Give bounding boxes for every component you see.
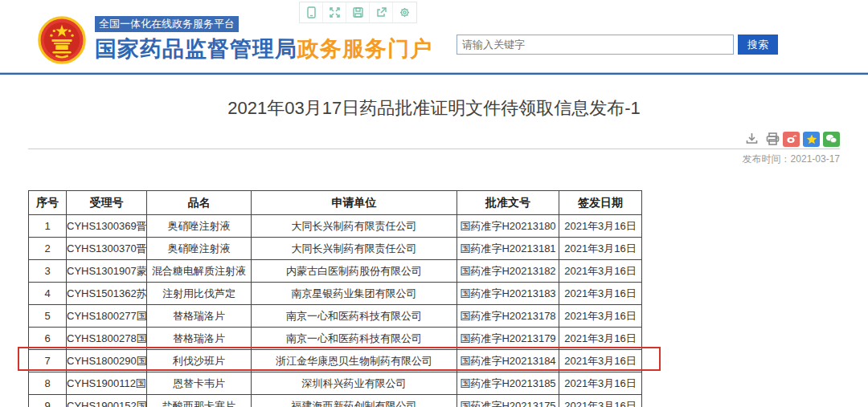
national-emblem-logo <box>37 15 87 65</box>
table-row: 4CYHS1501362苏注射用比伐芦定南京星银药业集团有限公司国药准字H202… <box>29 283 642 305</box>
table-row: 2CYHS1300370晋奥硝唑注射液大同长兴制药有限责任公司国药准字H2021… <box>29 238 642 260</box>
table-cell: 国药准字H20213185 <box>457 372 559 395</box>
table-column-header: 签发日期 <box>559 191 642 215</box>
search-area: 搜索 <box>457 35 778 55</box>
search-input[interactable] <box>457 35 734 55</box>
table-cell: CYHS1300370晋 <box>67 238 147 260</box>
table-cell: 9 <box>29 395 67 407</box>
table-cell: 国药准字H20213181 <box>457 238 559 260</box>
table-cell: 福建海西新药创制有限公司 <box>252 395 457 407</box>
table-cell: 3 <box>29 260 67 283</box>
table-header-row: 序号受理号品名申请单位批准文号签发日期 <box>29 191 642 215</box>
approval-table: 序号受理号品名申请单位批准文号签发日期 1CYHS1300369晋奥硝唑注射液大… <box>28 190 642 407</box>
table-cell: 2021年3月16日 <box>559 395 642 407</box>
table-cell: 大同长兴制药有限责任公司 <box>252 215 457 238</box>
table-row: 3CYHS1301907蒙混合糖电解质注射液内蒙古白医制药股份有限公司国药准字H… <box>29 260 642 283</box>
table-cell: 替格瑞洛片 <box>147 305 252 328</box>
table-cell: CYHS1800278国 <box>67 328 147 350</box>
table-cell: 7 <box>29 350 67 372</box>
site-header: 全国一体化在线政务服务平台 国家药品监督管理局政务服务门户 搜索 <box>0 0 868 72</box>
table-cell: 6 <box>29 328 67 350</box>
site-brand: 全国一体化在线政务服务平台 国家药品监督管理局政务服务门户 <box>37 15 432 65</box>
table-cell: CYHS1301907蒙 <box>67 260 147 283</box>
download-icon[interactable] <box>746 132 758 145</box>
table-cell: 深圳科兴药业有限公司 <box>252 372 457 395</box>
table-column-header: 品名 <box>147 191 252 215</box>
table-column-header: 批准文号 <box>457 191 559 215</box>
table-cell: 奥硝唑注射液 <box>147 238 252 260</box>
table-column-header: 序号 <box>29 191 67 215</box>
table-cell: CYHS1300369晋 <box>67 215 147 238</box>
table-cell: 2 <box>29 238 67 260</box>
content-divider <box>28 149 840 149</box>
table-cell: 2021年3月16日 <box>559 305 642 328</box>
table-cell: 2021年3月16日 <box>559 283 642 305</box>
table-cell: 盐酸西那卡塞片 <box>147 395 252 407</box>
table-cell: 奥硝唑注射液 <box>147 215 252 238</box>
table-cell: CYHS1800290国 <box>67 350 147 372</box>
table-cell: 8 <box>29 372 67 395</box>
wechat-share-icon[interactable] <box>823 132 840 147</box>
table-row: 7CYHS1800290国利伐沙班片浙江金华康恩贝生物制药有限公司国药准字H20… <box>29 350 642 372</box>
search-button[interactable]: 搜索 <box>738 35 778 55</box>
table-cell: 内蒙古白医制药股份有限公司 <box>252 260 457 283</box>
article-content: 2021年03月17日药品批准证明文件待领取信息发布-1 发布时间：2021-0… <box>0 75 868 407</box>
table-cell: 2021年3月16日 <box>559 328 642 350</box>
table-row: 5CYHS1800277国替格瑞洛片南京一心和医药科技有限公司国药准字H2021… <box>29 305 642 328</box>
table-cell: 2021年3月16日 <box>559 260 642 283</box>
table-cell: 国药准字H20213178 <box>457 305 559 328</box>
table-row: 6CYHS1800278国替格瑞洛片南京一心和医药科技有限公司国药准字H2021… <box>29 328 642 350</box>
table-row: 1CYHS1300369晋奥硝唑注射液大同长兴制药有限责任公司国药准字H2021… <box>29 215 642 238</box>
site-name: 国家药品监督管理局 <box>95 37 297 61</box>
table-cell: CYHS1501362苏 <box>67 283 147 305</box>
table-cell: 2021年3月16日 <box>559 215 642 238</box>
table-cell: 1 <box>29 215 67 238</box>
table-cell: 国药准字H20213175 <box>457 395 559 407</box>
table-cell: 2021年3月16日 <box>559 350 642 372</box>
table-column-header: 申请单位 <box>252 191 457 215</box>
platform-badge: 全国一体化在线政务服务平台 <box>95 16 239 32</box>
table-cell: 南京一心和医药科技有限公司 <box>252 305 457 328</box>
weibo-share-icon[interactable] <box>783 132 800 147</box>
table-cell: 国药准字H20213182 <box>457 260 559 283</box>
table-cell: CYHS1800277国 <box>67 305 147 328</box>
table-cell: 2021年3月16日 <box>559 238 642 260</box>
table-cell: 国药准字H20213180 <box>457 215 559 238</box>
table-cell: 混合糖电解质注射液 <box>147 260 252 283</box>
table-column-header: 受理号 <box>67 191 147 215</box>
print-icon[interactable] <box>766 132 780 145</box>
article-tools <box>0 131 840 147</box>
page-title: 2021年03月17日药品批准证明文件待领取信息发布-1 <box>0 75 868 120</box>
table-row: 8CYHS1900112国恩替卡韦片深圳科兴药业有限公司国药准字H2021318… <box>29 372 642 395</box>
table-cell: 南京星银药业集团有限公司 <box>252 283 457 305</box>
approval-table-body: 1CYHS1300369晋奥硝唑注射液大同长兴制药有限责任公司国药准字H2021… <box>29 215 642 407</box>
table-cell: 恩替卡韦片 <box>147 372 252 395</box>
table-cell: 替格瑞洛片 <box>147 328 252 350</box>
table-cell: 国药准字H20213179 <box>457 328 559 350</box>
table-cell: CYHS1900112国 <box>67 372 147 395</box>
table-cell: 南京一心和医药科技有限公司 <box>252 328 457 350</box>
approval-table-head: 序号受理号品名申请单位批准文号签发日期 <box>29 191 642 215</box>
table-cell: 2021年3月16日 <box>559 372 642 395</box>
table-cell: 浙江金华康恩贝生物制药有限公司 <box>252 350 457 372</box>
qzone-share-icon[interactable] <box>803 132 820 147</box>
site-title: 国家药品监督管理局政务服务门户 <box>95 35 432 63</box>
table-cell: 大同长兴制药有限责任公司 <box>252 238 457 260</box>
table-row: 9CYHS1900152国盐酸西那卡塞片福建海西新药创制有限公司国药准字H202… <box>29 395 642 407</box>
table-cell: 国药准字H20213184 <box>457 350 559 372</box>
table-cell: 国药准字H20213183 <box>457 283 559 305</box>
table-cell: 注射用比伐芦定 <box>147 283 252 305</box>
portal-name: 政务服务门户 <box>297 37 432 61</box>
table-cell: 4 <box>29 283 67 305</box>
table-cell: 利伐沙班片 <box>147 350 252 372</box>
table-cell: 5 <box>29 305 67 328</box>
publish-time: 发布时间：2021-03-17 <box>0 153 840 165</box>
table-cell: CYHS1900152国 <box>67 395 147 407</box>
